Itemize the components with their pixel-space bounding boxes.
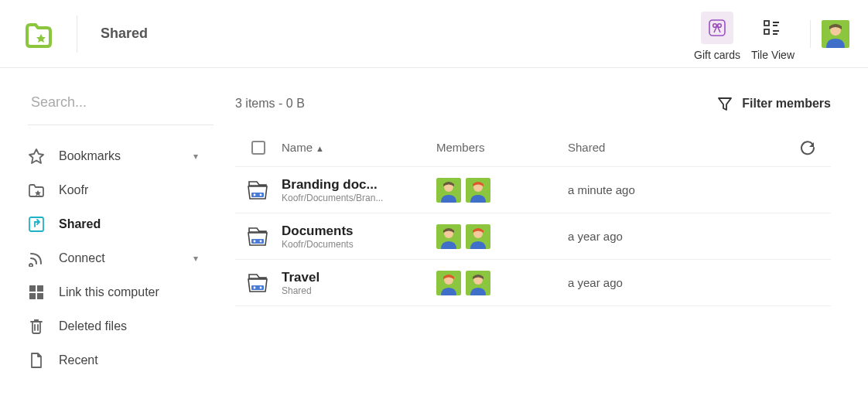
tile-view-icon — [757, 12, 789, 44]
member-avatar[interactable] — [466, 178, 490, 203]
chevron-down-icon: ▾ — [193, 151, 198, 162]
member-avatar[interactable] — [436, 271, 461, 295]
filter-members-label: Filter members — [742, 97, 831, 111]
column-shared-header[interactable]: Shared — [568, 141, 800, 154]
sidebar-item-label: Bookmarks — [59, 149, 121, 163]
shared-time: a year ago — [568, 230, 831, 243]
refresh-icon[interactable] — [800, 140, 831, 155]
members-cell — [436, 224, 568, 249]
shared-folder-icon — [235, 177, 282, 203]
topbar-divider — [810, 20, 811, 48]
svg-rect-23 — [251, 239, 264, 244]
file-name: Branding doc... — [282, 177, 436, 193]
svg-rect-0 — [709, 20, 725, 36]
svg-point-25 — [260, 240, 262, 242]
table-row[interactable]: Travel Shared a year ago — [235, 260, 831, 306]
sidebar-item-label: Deleted files — [59, 319, 127, 333]
svg-rect-12 — [29, 285, 36, 292]
svg-rect-16 — [251, 193, 264, 197]
svg-point-17 — [254, 193, 256, 196]
sidebar-item-label: Connect — [59, 251, 105, 265]
member-avatar[interactable] — [436, 178, 461, 203]
filter-members-button[interactable]: Filter members — [717, 96, 831, 111]
grid-icon — [28, 284, 45, 301]
table-row[interactable]: Branding doc... Koofr/Documents/Bran... … — [235, 167, 831, 213]
svg-rect-15 — [37, 293, 43, 299]
svg-rect-13 — [37, 285, 43, 292]
search-input[interactable] — [28, 87, 214, 125]
page-icon — [28, 352, 45, 369]
table-header: Name▲ Members Shared — [235, 128, 831, 167]
top-bar: Shared Gift cards Tile View — [0, 0, 868, 68]
sidebar-item-bookmarks[interactable]: Bookmarks ▾ — [0, 139, 217, 173]
shared-time: a minute ago — [568, 183, 831, 196]
svg-point-32 — [260, 286, 262, 288]
item-count-text: 3 items - 0 B — [235, 97, 305, 111]
members-cell — [436, 271, 568, 295]
gift-cards-button[interactable]: Gift cards — [694, 7, 740, 61]
table-row[interactable]: Documents Koofr/Documents a year ago — [235, 213, 831, 260]
chevron-down-icon: ▾ — [193, 253, 198, 264]
svg-rect-14 — [29, 293, 36, 299]
file-path: Shared — [282, 285, 436, 296]
content-area: 3 items - 0 B Filter members Name▲ Membe… — [217, 68, 868, 406]
sidebar-item-label: Shared — [59, 217, 101, 231]
file-name: Travel — [282, 270, 436, 285]
sidebar-item-label: Link this computer — [59, 285, 159, 299]
svg-point-24 — [254, 240, 256, 242]
select-all-checkbox[interactable] — [251, 141, 265, 155]
member-avatar[interactable] — [466, 271, 490, 295]
star-icon — [28, 148, 45, 165]
shared-time: a year ago — [568, 276, 831, 289]
svg-rect-6 — [773, 25, 777, 26]
sidebar-item-shared[interactable]: Shared — [0, 207, 217, 241]
svg-rect-3 — [764, 21, 769, 26]
column-members-header[interactable]: Members — [436, 141, 568, 154]
file-rows: Branding doc... Koofr/Documents/Bran... … — [235, 167, 831, 306]
sidebar-item-koofr[interactable]: Koofr — [0, 173, 217, 207]
svg-rect-30 — [251, 285, 264, 290]
members-cell — [436, 178, 568, 203]
sidebar-item-link-computer[interactable]: Link this computer — [0, 275, 217, 309]
svg-rect-8 — [773, 33, 777, 35]
user-avatar[interactable] — [822, 20, 849, 48]
member-avatar[interactable] — [466, 224, 490, 249]
shared-folder-icon — [235, 270, 282, 296]
rss-icon — [28, 250, 45, 267]
folder-star-logo-icon — [24, 20, 53, 48]
svg-rect-4 — [764, 29, 769, 34]
svg-rect-7 — [773, 30, 779, 32]
sidebar-item-label: Koofr — [59, 183, 88, 197]
column-name-header[interactable]: Name▲ — [282, 141, 436, 154]
svg-point-18 — [260, 193, 262, 196]
folder-icon — [28, 182, 45, 199]
trash-icon — [28, 318, 45, 335]
svg-rect-5 — [773, 22, 779, 23]
funnel-icon — [717, 96, 733, 111]
gift-icon — [701, 12, 733, 44]
share-icon — [28, 216, 45, 233]
tile-view-label: Tile View — [751, 49, 795, 61]
svg-point-31 — [254, 286, 256, 288]
svg-rect-11 — [29, 217, 43, 231]
sidebar: Bookmarks ▾ Koofr Shared Connect — [0, 68, 217, 406]
page-title: Shared — [101, 26, 148, 42]
sidebar-item-deleted-files[interactable]: Deleted files — [0, 309, 217, 343]
member-avatar[interactable] — [436, 224, 461, 249]
sidebar-item-label: Recent — [59, 353, 98, 367]
sidebar-item-recent[interactable]: Recent — [0, 343, 217, 377]
tile-view-button[interactable]: Tile View — [751, 7, 795, 61]
sidebar-item-connect[interactable]: Connect ▾ — [0, 241, 217, 275]
file-path: Koofr/Documents/Bran... — [282, 193, 436, 203]
file-path: Koofr/Documents — [282, 239, 436, 250]
gift-cards-label: Gift cards — [694, 49, 740, 61]
app-logo[interactable] — [0, 15, 77, 53]
shared-folder-icon — [235, 223, 282, 250]
sidebar-nav: Bookmarks ▾ Koofr Shared Connect — [0, 139, 217, 377]
sort-asc-icon: ▲ — [316, 144, 324, 153]
file-name: Documents — [282, 223, 436, 239]
